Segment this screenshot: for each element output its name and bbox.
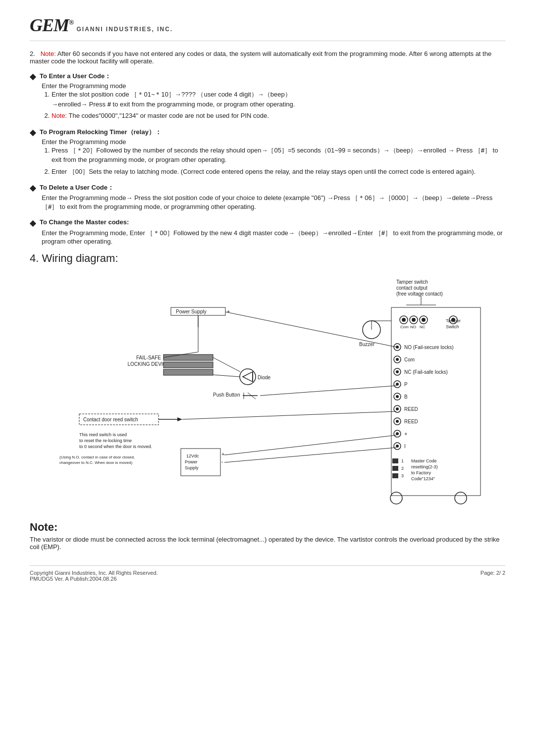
reed1-label: REED — [404, 406, 418, 412]
plus-label: + — [404, 431, 407, 437]
power12v-label: 12Vdc — [186, 454, 199, 458]
svg-text:Com: Com — [400, 325, 409, 329]
svg-text:(free voltage contact): (free voltage contact) — [396, 291, 443, 297]
buzzer-label: Buzzer — [359, 342, 375, 347]
svg-text:NC: NC — [420, 325, 426, 329]
contact-door-label: Contact door reed switch — [83, 417, 138, 422]
minus-label: I — [404, 444, 406, 449]
reed-note-3: to 0 second when the door is moved. — [79, 444, 152, 449]
logo-reg: ® — [69, 19, 73, 26]
svg-rect-39 — [392, 458, 398, 463]
section-2-body: Enter the Programming mode Press ［＊20］Fo… — [42, 138, 505, 177]
footer-note-title: Note: — [30, 521, 505, 534]
reed-note-4: (Using N.O. contact in case of door clos… — [59, 455, 135, 459]
intro-note-prefix: Note: — [41, 50, 56, 57]
diode-label: Diode — [258, 375, 271, 380]
section-delete: ◆ To Delete a User Code： Enter the Progr… — [30, 183, 505, 211]
svg-text:contact output: contact output — [396, 285, 428, 291]
section-3-title: To Delete a User Code： — [40, 183, 114, 192]
footer-note: Note: The varistor or diode must be conn… — [30, 521, 505, 551]
intro-note: 2. Note: After 60 seconds if you have no… — [30, 50, 505, 65]
wiring-diagram: Tamper switch contact output (free volta… — [30, 273, 505, 512]
svg-text:Switch: Switch — [446, 324, 459, 329]
list-item: Press ［＊20］Followed by the number of sec… — [52, 146, 505, 165]
svg-rect-52 — [163, 362, 213, 368]
svg-rect-40 — [392, 466, 398, 471]
svg-point-28 — [396, 383, 399, 386]
intro-note-number: 2. — [30, 50, 35, 57]
svg-point-24 — [396, 358, 399, 361]
section-master: ◆ To Change the Master codes: Enter the … — [30, 218, 505, 245]
terminal-3: 3 — [401, 473, 404, 478]
nc-label: NC (Fail-safe locks) — [404, 369, 448, 375]
tamper-switch-label: Tamper — [446, 318, 461, 323]
svg-rect-51 — [163, 354, 213, 360]
svg-text:Power: Power — [185, 459, 198, 464]
power-supply-label: Power Supply — [176, 309, 207, 314]
b-label: B — [404, 394, 408, 400]
footer-copyright: Copyright Gianni Industries, Inc. All Ri… — [30, 570, 158, 576]
svg-text:resetting(2-3): resetting(2-3) — [411, 464, 438, 469]
reed-note-1: This reed switch is used — [79, 432, 127, 437]
svg-rect-41 — [392, 473, 398, 478]
svg-text:NO: NO — [410, 325, 416, 329]
svg-point-30 — [396, 395, 399, 398]
list-item: Enter the slot position code ［＊01~＊10］→?… — [52, 90, 505, 109]
reed2-label: REED — [404, 419, 418, 424]
section-relay: ◆ To Program Relocking Timer（relay）： Ent… — [30, 128, 505, 177]
svg-text:+: + — [221, 451, 224, 457]
bullet-2: ◆ — [30, 128, 36, 137]
reed-note-5: changeover to N.C. When door is moved) — [59, 460, 133, 465]
svg-point-36 — [396, 432, 399, 435]
wiring-svg: Tamper switch contact output (free volta… — [30, 273, 505, 510]
svg-point-38 — [396, 445, 399, 448]
section-1-title: To Enter a User Code： — [40, 72, 111, 81]
section-1-intro: Enter the Programming mode — [42, 82, 505, 90]
section-1-list: Enter the slot position code ［＊01~＊10］→?… — [52, 90, 505, 121]
footer-version: PMUDG5 Ver. A Publish:2004.08.26 — [30, 576, 158, 582]
svg-text:Code"1234": Code"1234" — [411, 476, 435, 481]
bullet-4: ◆ — [30, 218, 36, 228]
svg-point-26 — [396, 370, 399, 373]
com-label: Com — [404, 357, 415, 362]
section-1-body: Enter the Programming mode Enter the slo… — [42, 82, 505, 121]
section-4-body: Enter the Programming mode, Enter ［＊00］F… — [42, 229, 505, 245]
section-2-intro: Enter the Programming mode — [42, 138, 505, 146]
terminal-1: 1 — [401, 458, 404, 463]
p-label: P — [404, 382, 408, 387]
svg-point-12 — [422, 318, 426, 322]
svg-point-32 — [396, 407, 399, 410]
footer-note-text: The varistor or diode must be connected … — [30, 536, 505, 551]
footer-left: Copyright Gianni Industries, Inc. All Ri… — [30, 570, 158, 582]
reed-note-2: to reset the re-locking time — [79, 438, 132, 443]
bullet-1: ◆ — [30, 72, 36, 81]
master-code-label: Master Code — [411, 458, 437, 463]
push-button-label: Push Button — [213, 392, 240, 398]
svg-point-8 — [402, 318, 406, 322]
svg-rect-53 — [163, 369, 213, 375]
header: GEM® GIANNI INDUSTRIES, INC. — [30, 15, 505, 41]
terminal-2: 2 — [401, 466, 404, 471]
svg-text:-: - — [221, 458, 223, 464]
svg-point-10 — [412, 318, 416, 322]
intro-note-text: After 60 seconds if you have not entered… — [30, 50, 491, 65]
section-2-list: Press ［＊20］Followed by the number of sec… — [52, 146, 505, 177]
svg-text:Supply: Supply — [185, 465, 199, 470]
no-label: NO (Fail-secure locks) — [404, 345, 453, 350]
section-4-title: To Change the Master codes: — [40, 218, 129, 226]
company-name: GIANNI INDUSTRIES, INC. — [77, 26, 173, 33]
fail-safe-label: FAIL-SAFE — [136, 355, 161, 360]
page-footer: Copyright Gianni Industries, Inc. All Ri… — [30, 565, 505, 582]
wiring-title: 4. Wiring diagram: — [30, 252, 505, 265]
section-3-body: Enter the Programming mode→ Press the sl… — [42, 194, 505, 211]
tamper-output-label: Tamper switch — [396, 279, 428, 285]
svg-point-34 — [396, 420, 399, 423]
logo: GEM® — [30, 15, 74, 36]
svg-text:+: + — [227, 308, 230, 314]
bullet-3: ◆ — [30, 183, 36, 193]
svg-rect-0 — [30, 273, 505, 510]
list-item: Enter ［00］Sets the relay to latching mod… — [52, 167, 505, 177]
section-user-code: ◆ To Enter a User Code： Enter the Progra… — [30, 72, 505, 121]
footer-page: Page: 2/ 2 — [481, 570, 505, 582]
svg-text:to Factory: to Factory — [411, 470, 431, 475]
